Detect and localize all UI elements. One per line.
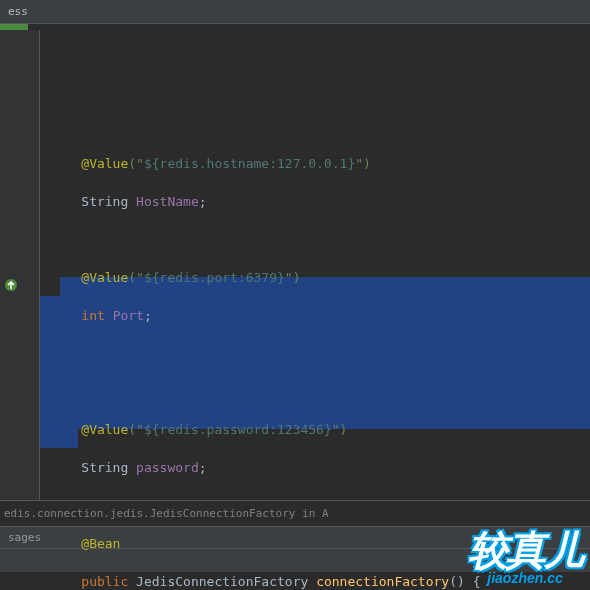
editor-wrap: @Value("${redis.hostname:127.0.0.1}") St… bbox=[0, 30, 590, 500]
title-bar-text: ess bbox=[8, 5, 28, 18]
tab-label: sages bbox=[8, 531, 41, 544]
code-editor[interactable]: @Value("${redis.hostname:127.0.0.1}") St… bbox=[40, 30, 590, 500]
code-content: @Value("${redis.hostname:127.0.0.1}") St… bbox=[50, 135, 590, 590]
title-bar: ess bbox=[0, 0, 590, 24]
gutter[interactable] bbox=[0, 30, 40, 500]
override-icon[interactable] bbox=[4, 278, 18, 292]
